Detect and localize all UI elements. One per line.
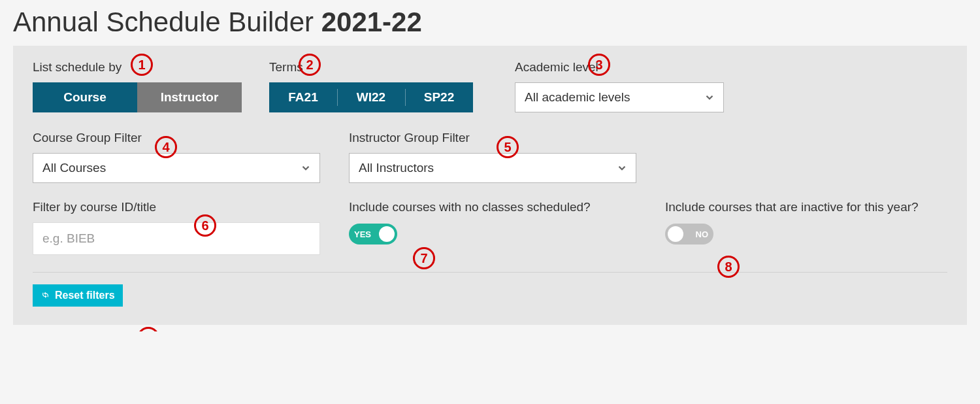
instructor-group-value: All Instructors [359,161,434,175]
academic-level-label: Academic level [515,60,724,75]
term-wi22-button[interactable]: WI22 [337,82,405,112]
instructor-group-select[interactable]: All Instructors [349,153,636,183]
course-id-filter-group: Filter by course ID/title [33,200,320,255]
include-inactive-toggle[interactable]: NO [665,224,713,244]
callout-9: 9 [137,327,159,331]
course-group-filter-group: Course Group Filter All Courses [33,131,320,183]
terms-buttons: FA21 WI22 SP22 [269,82,473,112]
refresh-icon [41,290,51,301]
include-no-classes-group: Include courses with no classes schedule… [349,200,636,244]
list-schedule-by-label: List schedule by [33,60,242,75]
include-no-classes-label: Include courses with no classes schedule… [349,200,630,214]
page-title-year: 2021-22 [321,7,422,37]
list-by-course-button[interactable]: Course [33,82,137,112]
academic-level-group: Academic level All academic levels [515,60,724,112]
toggle-on-label: YES [354,229,371,239]
terms-label: Terms [269,60,473,75]
include-inactive-group: Include courses that are inactive for th… [665,200,947,244]
course-group-value: All Courses [42,161,106,175]
list-schedule-by-segmented: Course Instructor [33,82,242,112]
include-no-classes-toggle[interactable]: YES [349,224,397,244]
term-fa21-button[interactable]: FA21 [269,82,337,112]
toggle-knob [379,226,395,242]
toggle-knob [668,226,683,242]
course-id-filter-label: Filter by course ID/title [33,200,320,214]
course-group-filter-label: Course Group Filter [33,131,320,145]
terms-group: Terms FA21 WI22 SP22 [269,60,473,112]
instructor-group-filter-label: Instructor Group Filter [349,131,636,145]
reset-filters-button[interactable]: Reset filters [33,284,123,307]
page-title: Annual Schedule Builder 2021-22 [13,7,967,38]
course-id-filter-input[interactable] [33,222,320,255]
term-sp22-button[interactable]: SP22 [405,82,473,112]
chevron-down-icon [704,92,715,103]
toggle-off-label: NO [696,229,709,239]
filter-panel: List schedule by Course Instructor Terms… [13,46,967,325]
list-schedule-by-group: List schedule by Course Instructor [33,60,242,112]
reset-filters-label: Reset filters [55,290,115,301]
academic-level-select[interactable]: All academic levels [515,82,724,112]
callout-8: 8 [717,256,740,278]
list-by-instructor-button[interactable]: Instructor [137,82,242,112]
divider [33,272,947,273]
include-inactive-label: Include courses that are inactive for th… [665,200,946,214]
chevron-down-icon [300,162,312,174]
instructor-group-filter-group: Instructor Group Filter All Instructors [349,131,636,183]
course-group-select[interactable]: All Courses [33,153,320,183]
academic-level-value: All academic levels [525,90,630,105]
chevron-down-icon [616,162,628,174]
page-title-prefix: Annual Schedule Builder [13,7,321,37]
